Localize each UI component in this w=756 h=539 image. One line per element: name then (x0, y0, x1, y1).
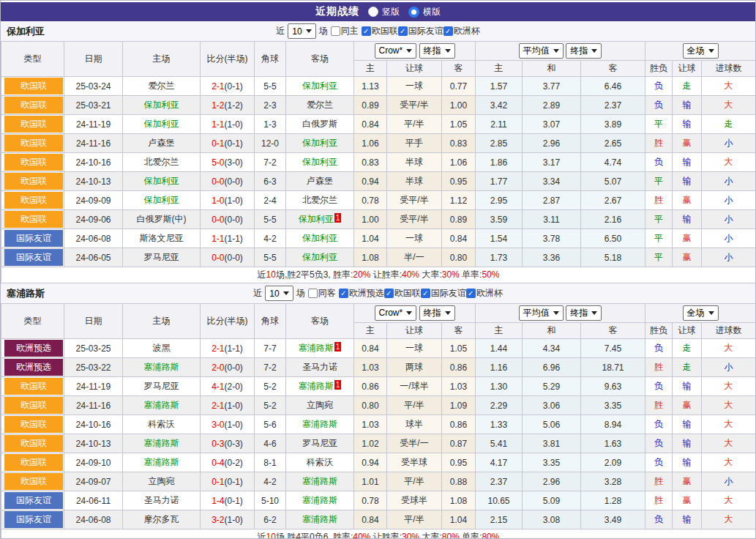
same-venue-checkbox-unchecked[interactable] (331, 26, 340, 36)
goals-result-cell: 大 (702, 77, 756, 96)
summary-segment: 单率: (460, 532, 482, 539)
league-checkbox-checked[interactable]: ✓ (421, 289, 430, 298)
date-cell: 24-06-08 (64, 510, 123, 529)
league-checkbox-checked[interactable]: ✓ (384, 289, 394, 298)
result-cell: 胜 (645, 358, 673, 377)
filter-bar: 塞浦路斯 近 10 场 同客 ✓欧洲预选✓欧国联✓国际友谊✓欧洲杯 (1, 283, 755, 303)
average-stage-select[interactable]: 终指 (566, 305, 602, 321)
league-badge: 欧国联 (4, 154, 63, 171)
handicap-result-cell: 输 (673, 415, 702, 434)
handicap-result-cell: 走 (673, 339, 702, 358)
odds-stage-select[interactable]: 终指 (419, 305, 455, 321)
league-label: 欧洲杯 (454, 25, 480, 37)
date-cell: 24-11-16 (64, 134, 123, 153)
avg-draw-cell: 3.78 (523, 229, 581, 248)
average-select[interactable]: 平均值 (519, 305, 564, 321)
league-filter[interactable]: ✓欧国联 (384, 287, 421, 300)
chevron-down-icon (306, 29, 312, 33)
halftime-score: (2-0) (225, 382, 243, 392)
fulltime-select[interactable]: 全场 (683, 305, 719, 321)
match-row: 欧国联24-10-13塞浦路斯0-3(0-3)4-6罗马尼亚1.02受半/一0.… (1, 434, 756, 453)
bookmaker-select[interactable]: Crow* (375, 43, 417, 59)
odds-away-cell: 0.86 (442, 358, 476, 377)
league-filter[interactable]: ✓欧国联 (362, 25, 398, 37)
league-badge: 欧国联 (4, 97, 63, 114)
league-checkbox-checked[interactable]: ✓ (444, 26, 453, 36)
odds-stage-select[interactable]: 终指 (419, 43, 455, 59)
score-cell: 3-0(1-0) (201, 415, 255, 434)
fulltime-score: 0-0 (212, 215, 224, 225)
match-row: 欧国联24-11-16塞浦路斯2-1(1-0)5-2立陶宛0.80平/半1.09… (1, 396, 756, 415)
home-team-cell: 圣马力诺 (123, 491, 201, 510)
page-title: 近期战绩 (315, 5, 359, 18)
layout-radio-vertical[interactable]: 竖版 (368, 6, 400, 18)
near-label: 近 (276, 25, 285, 37)
away-team-name: 罗马尼亚 (302, 438, 337, 448)
match-count-select[interactable]: 10 (288, 23, 315, 39)
fulltime-score: 4-1 (212, 382, 224, 392)
league-filter[interactable]: ✓欧洲预选 (339, 287, 384, 300)
fulltime-score: 2-1 (212, 401, 224, 411)
league-checkbox-checked[interactable]: ✓ (466, 289, 476, 298)
score-cell: 5-0(3-0) (201, 153, 255, 172)
results-table: 类型 日期 主场 比分(半场) 角球 客场 Crow* 终指 平均值 终指 (1, 41, 756, 283)
match-row: 欧国联24-09-10塞浦路斯0-4(0-2)8-1科索沃0.94受半球0.95… (1, 453, 756, 472)
radio-horizontal-label: 横版 (423, 6, 441, 18)
home-team-name: 北爱尔兰 (144, 157, 179, 167)
result-cell: 负 (645, 510, 673, 529)
league-cell: 欧国联 (1, 115, 64, 134)
same-venue-filter[interactable]: 同主 (331, 25, 359, 37)
odds-home-cell: 0.83 (354, 153, 387, 172)
same-venue-filter[interactable]: 同客 (308, 287, 336, 300)
corner-cell: 8-1 (255, 453, 286, 472)
avg-draw-cell: 2.96 (523, 472, 581, 491)
avg-away-cell: 5.07 (581, 172, 645, 191)
fulltime-select[interactable]: 全场 (683, 43, 719, 59)
match-count-select[interactable]: 10 (265, 286, 293, 301)
chevron-down-icon (406, 49, 412, 53)
league-filter[interactable]: ✓国际友谊 (421, 287, 466, 300)
average-select[interactable]: 平均值 (519, 43, 564, 59)
summary-segment: 30% (442, 270, 460, 280)
date-cell: 25-03-24 (64, 77, 123, 96)
col-header-odds-home: 主 (354, 61, 387, 77)
layout-radio-horizontal[interactable]: 横版 (408, 6, 441, 18)
corner-cell: 5-5 (255, 248, 286, 267)
league-badge: 欧国联 (4, 173, 63, 190)
radio-icon-selected[interactable] (408, 7, 419, 18)
date-cell: 24-10-16 (64, 415, 123, 434)
odds-group-header: Crow* 终指 (354, 304, 476, 323)
odds-home-cell: 0.84 (354, 115, 387, 134)
summary-segment: 让胜率: (370, 532, 402, 539)
goals-result-cell: 走 (702, 115, 756, 134)
odds-handicap-cell: 两球 (387, 358, 442, 377)
corner-cell: 5-5 (255, 210, 286, 229)
corner-cell: 6-3 (255, 172, 286, 191)
col-header-score: 比分(半场) (201, 42, 255, 77)
odds-home-cell: 0.78 (354, 191, 387, 210)
home-team-name: 爱尔兰 (149, 81, 175, 91)
summary-segment: 10 (266, 532, 276, 539)
avg-home-cell: 2.37 (476, 472, 523, 491)
radio-icon[interactable] (368, 7, 378, 17)
home-team-name: 卢森堡 (149, 138, 175, 148)
league-filter[interactable]: ✓国际友谊 (398, 25, 444, 37)
date-cell: 24-09-07 (64, 472, 123, 491)
away-team-cell: 保加利亚1 (286, 210, 354, 229)
corner-cell: 7-2 (255, 358, 286, 377)
league-cell: 欧洲预选 (1, 358, 64, 377)
odds-home-cell: 1.03 (354, 415, 387, 434)
league-checkbox-checked[interactable]: ✓ (398, 26, 408, 36)
avg-away-cell: 6.50 (581, 229, 645, 248)
league-filter[interactable]: ✓欧洲杯 (444, 25, 480, 37)
league-checkbox-checked[interactable]: ✓ (339, 289, 348, 298)
league-checkbox-checked[interactable]: ✓ (362, 26, 371, 36)
average-stage-select[interactable]: 终指 (566, 43, 602, 59)
same-venue-checkbox-unchecked[interactable] (308, 289, 318, 298)
avg-home-cell: 1.16 (476, 358, 523, 377)
avg-draw-cell: 3.08 (523, 510, 581, 529)
corner-cell: 5-10 (255, 491, 286, 510)
odds-handicap-cell: 受半球 (387, 453, 442, 472)
bookmaker-select[interactable]: Crow* (375, 305, 417, 321)
league-filter[interactable]: ✓欧洲杯 (466, 287, 503, 300)
